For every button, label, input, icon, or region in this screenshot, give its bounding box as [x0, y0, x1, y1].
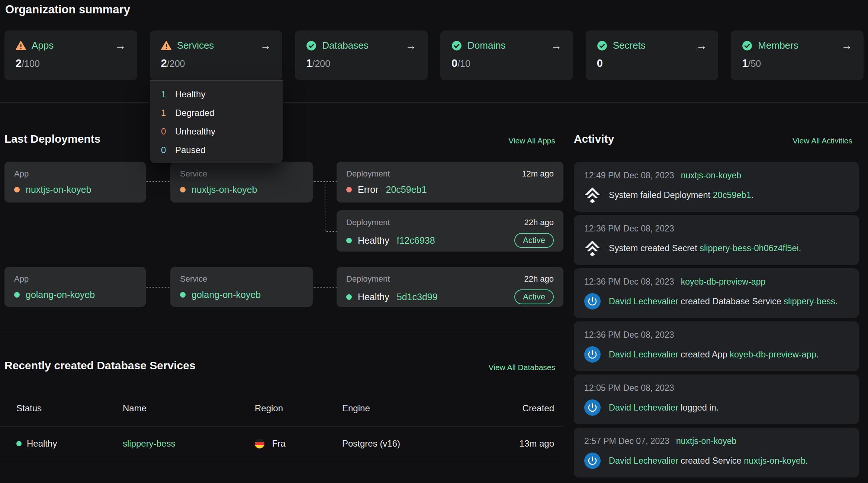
stat-value: 0 — [597, 57, 603, 69]
deployment-id-link[interactable]: 20c59eb1 — [386, 184, 427, 195]
connector-line — [146, 181, 170, 182]
stat-card-label: Domains — [467, 40, 506, 51]
status-dot-healthy — [346, 294, 352, 300]
deployment-time: 22h ago — [524, 274, 554, 284]
stat-card-domains[interactable]: Domains → 0/10 — [440, 30, 573, 80]
stat-card-apps[interactable]: Apps → 2/100 — [4, 30, 137, 80]
actor-link[interactable]: David Lechevalier — [609, 296, 678, 306]
column-header-name: Name — [123, 403, 147, 414]
arrow-right-icon: → — [405, 40, 417, 51]
arrow-right-icon: → — [115, 40, 126, 51]
activity-app-link[interactable]: nuxtjs-on-koyeb — [681, 171, 741, 180]
db-engine: Postgres (v16) — [342, 438, 400, 448]
status-dot-healthy — [346, 238, 352, 243]
activity-timestamp: 12:05 PM Dec 08, 2023 — [584, 383, 674, 393]
card-type-label: App — [14, 169, 136, 179]
unhealthy-label: Unhealthy — [175, 127, 215, 136]
db-name-link[interactable]: slippery-bess — [123, 438, 175, 448]
deployment-status: Healthy — [358, 292, 389, 302]
service-link[interactable]: golang-on-koyeb — [192, 289, 261, 300]
activity-timestamp: 12:36 PM Dec 08, 2023 — [584, 277, 674, 286]
activity-item[interactable]: 2:57 PM Dec 07, 2023 nuxtjs-on-koyeb Dav… — [574, 428, 859, 477]
status-dot-healthy — [180, 292, 186, 298]
table-divider — [0, 461, 563, 461]
dropdown-item-degraded[interactable]: 1 Degraded — [161, 108, 271, 117]
actor-link[interactable]: David Lechevalier — [609, 456, 678, 466]
activity-item[interactable]: 12:36 PM Dec 08, 2023 David Lechevalier … — [574, 321, 859, 371]
card-type-label: Deployment — [346, 218, 390, 227]
service-card[interactable]: Service golang-on-koyeb — [170, 267, 313, 307]
object-link[interactable]: nuxtjs-on-koyeb — [744, 456, 806, 466]
deployment-time: 12m ago — [522, 169, 554, 179]
stat-card-label: Apps — [32, 40, 54, 51]
stat-limit: /200 — [312, 58, 330, 69]
deployment-card[interactable]: Deployment 22h ago Healthy 5d1c3d99 Acti… — [337, 267, 563, 307]
check-circle-icon — [451, 40, 462, 51]
paused-count: 0 — [161, 146, 169, 155]
view-all-apps-link[interactable]: View All Apps — [508, 136, 555, 145]
dropdown-item-unhealthy[interactable]: 0 Unhealthy — [161, 127, 271, 136]
object-link[interactable]: slippery-bess — [784, 296, 835, 306]
page-title: Organization summary — [5, 3, 130, 16]
databases-title: Recently created Database Services — [4, 359, 196, 372]
deployment-status: Error — [358, 184, 379, 195]
koyeb-logo-icon — [584, 187, 601, 203]
user-avatar — [584, 346, 601, 363]
activity-message: David Lechevalier created App koyeb-db-p… — [609, 349, 819, 360]
actor-link[interactable]: David Lechevalier — [609, 350, 678, 359]
card-type-label: Service — [180, 169, 303, 179]
arrow-right-icon: → — [696, 40, 707, 51]
service-card[interactable]: Service nuxtjs-on-koyeb — [170, 162, 313, 202]
activity-app-link[interactable]: nuxtjs-on-koyeb — [676, 436, 736, 446]
check-circle-icon — [597, 40, 607, 51]
card-type-label: Deployment — [346, 274, 390, 284]
object-link[interactable]: 20c59eb1 — [713, 190, 751, 200]
deployment-id-link[interactable]: f12c6938 — [397, 235, 435, 246]
activity-app-link[interactable]: koyeb-db-preview-app — [681, 277, 766, 286]
object-link[interactable]: slippery-bess-0h06z4fl5ei — [700, 243, 798, 253]
actor-link[interactable]: David Lechevalier — [609, 403, 678, 412]
activity-timestamp: 12:36 PM Dec 08, 2023 — [584, 330, 674, 340]
deployment-id-link[interactable]: 5d1c3d99 — [397, 292, 438, 302]
column-header-status: Status — [16, 403, 42, 414]
service-link[interactable]: nuxtjs-on-koyeb — [192, 184, 257, 195]
app-link[interactable]: golang-on-koyeb — [26, 289, 95, 300]
activity-item[interactable]: 12:36 PM Dec 08, 2023 System created Sec… — [574, 215, 859, 265]
warning-triangle-icon — [16, 40, 26, 51]
dropdown-item-healthy[interactable]: 1 Healthy — [161, 90, 271, 99]
user-avatar — [584, 453, 601, 469]
stat-card-members[interactable]: Members → 1/50 — [731, 30, 864, 80]
status-dot-healthy — [16, 441, 22, 446]
healthy-label: Healthy — [175, 90, 205, 99]
status-dot-error — [346, 187, 352, 192]
db-engine-cell: Postgres (v16) — [342, 438, 400, 449]
activity-item[interactable]: 12:05 PM Dec 08, 2023 David Lechevalier … — [574, 375, 859, 424]
dropdown-item-paused[interactable]: 0 Paused — [161, 146, 271, 155]
activity-title: Activity — [574, 133, 614, 145]
deployment-status: Healthy — [358, 235, 389, 246]
activity-item[interactable]: 12:36 PM Dec 08, 2023 koyeb-db-preview-a… — [574, 268, 859, 318]
status-dot-healthy — [14, 292, 20, 298]
arrow-right-icon: → — [260, 40, 271, 51]
card-type-label: App — [14, 274, 136, 284]
stat-card-secrets[interactable]: Secrets → 0 — [586, 30, 718, 80]
deployment-card[interactable]: Deployment 12m ago Error 20c59eb1 — [337, 162, 563, 202]
view-all-databases-link[interactable]: View All Databases — [489, 363, 555, 372]
deployment-card[interactable]: Deployment 22h ago Healthy f12c6938 Acti… — [337, 210, 563, 252]
check-circle-icon — [306, 40, 316, 51]
card-type-label: Service — [180, 274, 303, 284]
object-link[interactable]: koyeb-db-preview-app — [730, 350, 816, 359]
activity-message: David Lechevalier logged in. — [609, 402, 718, 414]
stat-value: 0 — [451, 57, 457, 69]
activity-item[interactable]: 12:49 PM Dec 08, 2023 nuxtjs-on-koyeb Sy… — [574, 162, 859, 212]
stat-card-services[interactable]: Services → 2/200 — [150, 30, 283, 80]
stat-card-databases[interactable]: Databases → 1/200 — [295, 30, 428, 80]
active-badge: Active — [514, 233, 554, 248]
stat-value: 1 — [742, 57, 748, 69]
app-link[interactable]: nuxtjs-on-koyeb — [26, 184, 91, 195]
last-deployments-title: Last Deployments — [4, 133, 100, 145]
app-card[interactable]: App nuxtjs-on-koyeb — [4, 162, 146, 202]
app-card[interactable]: App golang-on-koyeb — [4, 267, 146, 307]
stat-card-label: Services — [177, 40, 214, 51]
view-all-activities-link[interactable]: View All Activities — [793, 136, 852, 145]
